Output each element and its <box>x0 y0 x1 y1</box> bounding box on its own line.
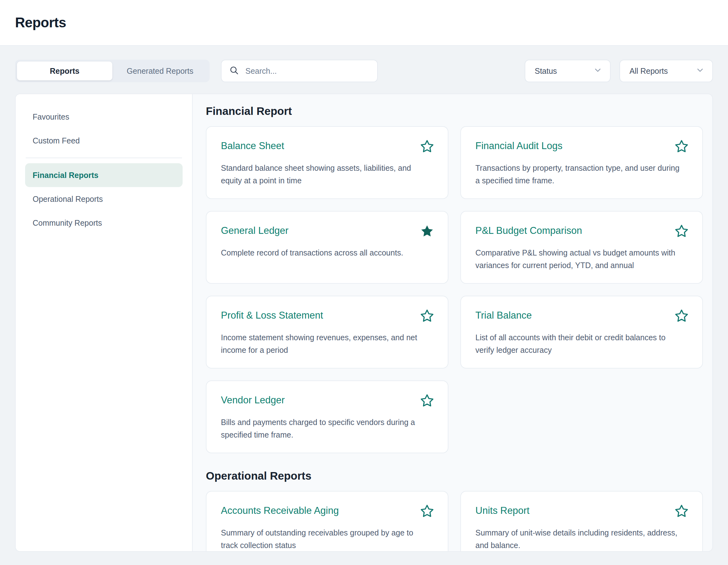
report-card-general-ledger[interactable]: General Ledger Complete record of transa… <box>206 211 448 284</box>
report-card-title[interactable]: Accounts Receivable Aging <box>221 505 404 516</box>
report-card-title[interactable]: Vendor Ledger <box>221 394 404 406</box>
sidebar-item-favourites[interactable]: Favourites <box>25 105 183 129</box>
report-card-accounts-receivable-aging[interactable]: Accounts Receivable Aging Summary of out… <box>206 491 448 551</box>
report-card-description: Comparative P&L showing actual vs budget… <box>475 246 686 271</box>
favorite-star-icon[interactable] <box>420 139 435 154</box>
report-card-units-report[interactable]: Units Report Summary of unit-wise detail… <box>460 491 703 551</box>
report-card-description: Bills and payments charged to specific v… <box>221 416 431 441</box>
favorite-star-icon[interactable] <box>674 308 689 323</box>
search-input[interactable] <box>245 66 370 76</box>
favorite-star-icon[interactable] <box>420 393 435 408</box>
operational-reports-grid: Accounts Receivable Aging Summary of out… <box>206 491 703 551</box>
report-card-title[interactable]: Trial Balance <box>475 310 658 321</box>
sidebar-divider <box>26 157 182 158</box>
tab-generated-reports[interactable]: Generated Reports <box>112 61 208 80</box>
sidebar: Favourites Custom Feed Financial Reports… <box>16 94 193 551</box>
report-card-pl-budget-comparison[interactable]: P&L Budget Comparison Comparative P&L sh… <box>460 211 703 284</box>
chevron-down-icon <box>593 65 602 77</box>
report-card-title[interactable]: Balance Sheet <box>221 140 404 152</box>
favorite-star-icon[interactable] <box>674 223 689 238</box>
page-header: Reports <box>0 0 728 46</box>
report-card-description: List of all accounts with their debit or… <box>475 331 686 356</box>
page-title: Reports <box>15 15 66 30</box>
favorite-star-icon[interactable] <box>674 139 689 154</box>
status-filter-dropdown[interactable]: Status <box>525 60 611 82</box>
section-heading-financial-report: Financial Report <box>206 105 703 117</box>
favorite-star-icon[interactable] <box>420 308 435 323</box>
report-card-trial-balance[interactable]: Trial Balance List of all accounts with … <box>460 296 703 369</box>
filter-group: Status All Reports <box>525 60 713 82</box>
report-card-description: Summary of outstanding receivables group… <box>221 526 431 551</box>
report-card-profit-loss-statement[interactable]: Profit & Loss Statement Income statement… <box>206 296 448 369</box>
sidebar-item-operational-reports[interactable]: Operational Reports <box>25 187 183 211</box>
favorite-star-icon[interactable] <box>420 223 435 238</box>
favorite-star-icon[interactable] <box>420 504 435 519</box>
report-card-description: Income statement showing revenues, expen… <box>221 331 431 356</box>
report-card-description: Transactions by property, transaction ty… <box>475 162 686 187</box>
financial-report-grid: Balance Sheet Standard balance sheet sho… <box>206 126 703 453</box>
report-card-balance-sheet[interactable]: Balance Sheet Standard balance sheet sho… <box>206 126 448 199</box>
reports-content: Financial Report Balance Sheet Standard … <box>193 94 712 551</box>
report-card-vendor-ledger[interactable]: Vendor Ledger Bills and payments charged… <box>206 381 448 453</box>
sidebar-item-financial-reports[interactable]: Financial Reports <box>25 163 183 187</box>
report-card-title[interactable]: Units Report <box>475 505 658 516</box>
report-card-title[interactable]: Profit & Loss Statement <box>221 310 404 321</box>
status-filter-label: Status <box>535 67 557 76</box>
favorite-star-icon[interactable] <box>674 504 689 519</box>
grid-spacer <box>460 381 703 453</box>
toolbar: Reports Generated Reports Status All Rep… <box>0 60 728 82</box>
section-heading-operational-reports: Operational Reports <box>206 470 703 482</box>
sidebar-item-custom-feed[interactable]: Custom Feed <box>25 129 183 152</box>
report-card-description: Summary of unit-wise details including r… <box>475 526 686 551</box>
report-scope-label: All Reports <box>629 67 668 76</box>
report-card-financial-audit-logs[interactable]: Financial Audit Logs Transactions by pro… <box>460 126 703 199</box>
search-icon <box>229 65 239 77</box>
tab-reports[interactable]: Reports <box>17 61 112 80</box>
report-scope-dropdown[interactable]: All Reports <box>619 60 713 82</box>
report-card-description: Standard balance sheet showing assets, l… <box>221 162 431 187</box>
search-box <box>221 60 378 82</box>
sidebar-item-community-reports[interactable]: Community Reports <box>25 211 183 235</box>
report-card-title[interactable]: General Ledger <box>221 225 404 236</box>
report-card-description: Complete record of transactions across a… <box>221 246 431 259</box>
report-card-title[interactable]: P&L Budget Comparison <box>475 225 658 236</box>
reports-tab-switcher: Reports Generated Reports <box>15 60 210 82</box>
chevron-down-icon <box>695 65 705 77</box>
main-panel: Favourites Custom Feed Financial Reports… <box>15 93 713 552</box>
report-card-title[interactable]: Financial Audit Logs <box>475 140 658 152</box>
